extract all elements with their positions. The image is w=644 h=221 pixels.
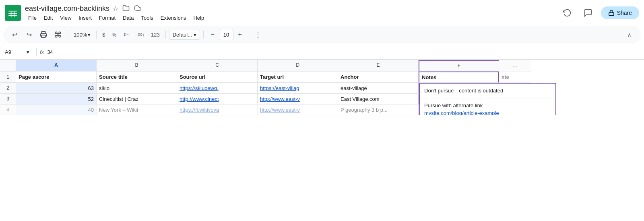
link-c4[interactable]: https://fi.wikivoya <box>180 107 219 113</box>
cell-b2[interactable]: slkio <box>97 83 177 94</box>
font-selector[interactable]: Defaul... ▾ <box>169 30 200 40</box>
col-header-d[interactable]: D <box>258 60 338 72</box>
note-row-2: Pursue with alternate link mysite.com/bl… <box>420 98 555 116</box>
decimal-decrease-button[interactable]: .0← <box>120 31 132 39</box>
link-d2[interactable]: https://east-villag <box>260 85 299 91</box>
more-options-button[interactable]: ⋮ <box>252 29 264 40</box>
toolbar: ↩ ↪ 100% ▾ $ % .0← .00↓ 123 Defaul... ▾ … <box>3 26 641 43</box>
cell-c3[interactable]: http://www.cinect <box>177 94 258 104</box>
number-format-button[interactable]: 123 <box>149 30 162 39</box>
zoom-selector[interactable]: 100% ▾ <box>71 31 93 39</box>
cell-a1[interactable]: Page ascore <box>16 72 97 83</box>
font-size-input[interactable] <box>219 29 233 40</box>
decimal-increase-button[interactable]: .00↓ <box>134 31 147 39</box>
toolbar-divider-2 <box>96 31 97 39</box>
formula-divider <box>36 48 37 56</box>
cell-d3[interactable]: http://www.east-v <box>258 94 338 104</box>
menu-format[interactable]: Format <box>96 14 119 22</box>
toolbar-divider-3 <box>165 31 166 39</box>
menu-insert[interactable]: Insert <box>75 14 95 22</box>
link-d4[interactable]: http://www.east-v <box>260 107 300 113</box>
cloud-icon[interactable] <box>134 4 142 13</box>
corner-header[interactable] <box>0 60 16 72</box>
app-icon <box>5 5 21 21</box>
cell-ref-input[interactable] <box>5 49 25 55</box>
star-icon[interactable]: ☆ <box>113 5 118 12</box>
cell-d1[interactable]: Target url <box>258 72 338 83</box>
link-d3[interactable]: http://www.east-v <box>260 96 300 102</box>
menu-tools[interactable]: Tools <box>138 14 156 22</box>
print-button[interactable] <box>37 28 50 41</box>
row-header-4[interactable]: 4 <box>0 104 16 115</box>
col-header-g[interactable]: ... <box>499 60 531 72</box>
cell-g1[interactable]: xte <box>499 72 531 83</box>
col-header-a[interactable]: A <box>16 60 97 72</box>
svg-rect-7 <box>42 35 45 38</box>
history-icon[interactable] <box>559 5 575 21</box>
row-header-1[interactable]: 1 <box>0 72 16 83</box>
folder-icon[interactable] <box>122 4 130 13</box>
font-size-increase[interactable]: + <box>234 29 246 40</box>
cell-d2[interactable]: https://east-villag <box>258 83 338 94</box>
menu-view[interactable]: View <box>57 14 74 22</box>
col-header-f[interactable]: F <box>419 60 499 72</box>
redo-button[interactable]: ↪ <box>23 28 35 41</box>
cell-b4[interactable]: New York – Wikii <box>97 104 177 115</box>
fx-label: fx <box>40 49 44 55</box>
cell-b1[interactable]: Source title <box>97 72 177 83</box>
link-c2[interactable]: https://skiuoewq. <box>180 85 219 91</box>
percent-button[interactable]: % <box>109 30 119 39</box>
undo-button[interactable]: ↩ <box>8 28 21 41</box>
col-header-c[interactable]: C <box>177 60 258 72</box>
row-header-3[interactable]: 3 <box>0 94 16 104</box>
doc-title: east-village.com-backlinks <box>25 4 109 13</box>
cell-a2[interactable]: 63 <box>16 83 97 94</box>
cell-b3[interactable]: Cinecultist | Craz <box>97 94 177 104</box>
spreadsheet-area: A B C D E F ... 1 Page ascore Source tit… <box>0 59 644 115</box>
menu-help[interactable]: Help <box>190 14 207 22</box>
cell-a4[interactable]: 40 <box>16 104 97 115</box>
cell-f2[interactable]: Don't pursue—content is outdated Pursue … <box>419 83 499 94</box>
toolbar-divider-5 <box>249 31 249 39</box>
cell-reference: ▾ <box>5 49 33 55</box>
note-popup: Don't pursue—content is outdated Pursue … <box>419 83 556 115</box>
menu-edit[interactable]: Edit <box>41 14 56 22</box>
svg-rect-6 <box>609 12 614 15</box>
paint-format-button[interactable] <box>52 28 64 41</box>
cell-c2[interactable]: https://skiuoewq. <box>177 83 258 94</box>
menu-file[interactable]: File <box>25 14 40 22</box>
cell-e2[interactable]: east-village <box>338 83 419 94</box>
col-header-b[interactable]: B <box>97 60 177 72</box>
cell-d4[interactable]: http://www.east-v <box>258 104 338 115</box>
cell-e3[interactable]: East Village.com <box>338 94 419 104</box>
cell-f1[interactable]: Notes <box>419 72 499 83</box>
cell-e1[interactable]: Anchor <box>338 72 419 83</box>
svg-rect-0 <box>8 8 17 17</box>
note-link[interactable]: mysite.com/blog/article-example <box>424 110 499 115</box>
cell-a3[interactable]: 52 <box>16 94 97 104</box>
formula-content: 34 <box>47 49 639 55</box>
link-c3[interactable]: http://www.cinect <box>180 96 219 102</box>
currency-button[interactable]: $ <box>100 30 107 39</box>
col-header-e[interactable]: E <box>338 60 419 72</box>
toolbar-divider-1 <box>68 31 68 39</box>
font-size-area: − + <box>207 29 246 40</box>
menu-extensions[interactable]: Extensions <box>157 14 190 22</box>
comment-icon[interactable] <box>580 5 596 21</box>
toolbar-divider-4 <box>203 31 204 39</box>
collapse-toolbar-button[interactable]: ∧ <box>623 28 636 41</box>
cell-e4[interactable]: P geography 3 b p... <box>338 104 419 115</box>
cell-c4[interactable]: https://fi.wikivoya <box>177 104 258 115</box>
font-size-decrease[interactable]: − <box>207 29 218 40</box>
note-row-1: Don't pursue—content is outdated <box>420 84 555 98</box>
menu-data[interactable]: Data <box>120 14 137 22</box>
cell-c1[interactable]: Source url <box>177 72 258 83</box>
formula-bar: ▾ fx 34 <box>0 45 644 59</box>
sheet-grid: A B C D E F ... 1 Page ascore Source tit… <box>0 59 644 115</box>
row-header-2[interactable]: 2 <box>0 83 16 94</box>
share-button[interactable]: Share <box>601 6 639 19</box>
